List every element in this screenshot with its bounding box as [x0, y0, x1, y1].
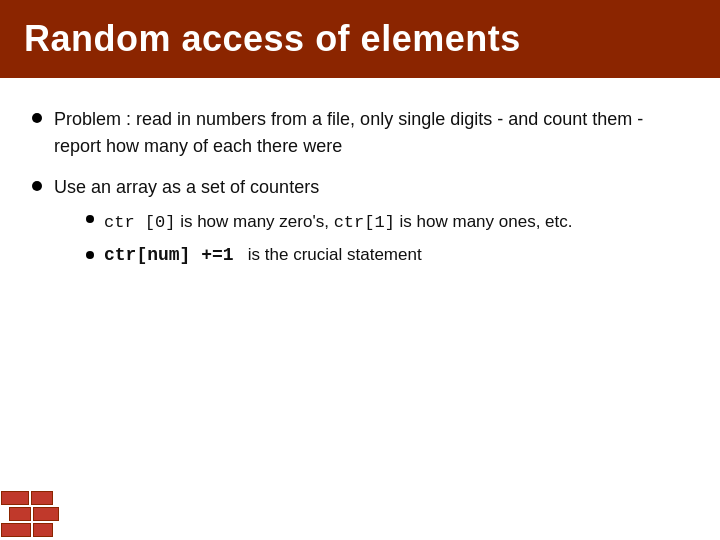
bullet-dot-1	[32, 113, 42, 123]
slide-content: Problem : read in numbers from a file, o…	[0, 78, 720, 540]
brick-decoration	[0, 490, 60, 540]
crucial-line: ctr[num] +=1 is the crucial statement	[54, 242, 688, 269]
slide: Random access of elements Problem : read…	[0, 0, 720, 540]
main-bullet-list: Problem : read in numbers from a file, o…	[32, 106, 688, 269]
sub-bullet-text-1: ctr [0] is how many zero's, ctr[1] is ho…	[104, 209, 572, 236]
sub-bullet-list: ctr [0] is how many zero's, ctr[1] is ho…	[54, 209, 688, 269]
sub-bullet-dot-1	[86, 215, 94, 223]
crucial-text: ctr[num] +=1 is the crucial statement	[104, 242, 422, 269]
slide-header: Random access of elements	[0, 0, 720, 78]
crucial-label: is the crucial statement	[238, 245, 421, 264]
bullet-text-1: Problem : read in numbers from a file, o…	[54, 106, 688, 160]
crucial-code: ctr[num] +=1	[104, 245, 234, 265]
bullet-text-2: Use an array as a set of counters	[54, 177, 319, 197]
crucial-bullet-dot	[86, 251, 94, 259]
slide-title: Random access of elements	[24, 18, 521, 60]
bullet-dot-2	[32, 181, 42, 191]
bullet-item-1: Problem : read in numbers from a file, o…	[32, 106, 688, 160]
sub-bullet-item-1: ctr [0] is how many zero's, ctr[1] is ho…	[54, 209, 688, 236]
bullet-item-2: Use an array as a set of counters ctr [0…	[32, 174, 688, 269]
